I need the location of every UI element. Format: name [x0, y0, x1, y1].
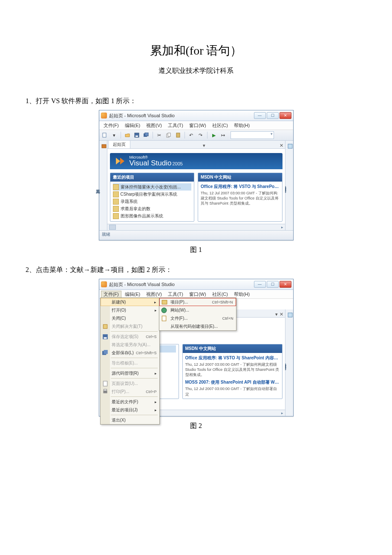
- save-icon: [102, 334, 108, 340]
- menu-item-label: 全部保存(L): [112, 350, 134, 356]
- file-menu-item[interactable]: 源代码管理(R)▸: [101, 369, 159, 377]
- project-label: 窗体控件随窗体大小改变(包括...: [121, 184, 181, 190]
- submenu-arrow-icon: ▸: [155, 408, 157, 412]
- doc-tab-start[interactable]: 起始页: [108, 140, 130, 148]
- svg-rect-7: [176, 133, 180, 137]
- msdn-body: Office 应用程序: 将 VSTO 与 SharePoint 内容类型相结 …: [198, 182, 282, 208]
- menu-file[interactable]: 文件(F): [101, 122, 121, 129]
- solution-explorer-tab[interactable]: 解决方案资源管理器: [285, 141, 293, 230]
- new-submenu-item[interactable]: 文件(F)...Ctrl+N: [159, 314, 236, 322]
- recent-project-item[interactable]: 窗体控件随窗体大小改变(包括...: [113, 183, 192, 191]
- menu-item-label: 项目(P)...: [170, 299, 188, 305]
- file-menu-item[interactable]: 退出(X): [101, 416, 159, 424]
- file-menu-item[interactable]: 新建(N)▸: [101, 298, 159, 306]
- solution-explorer-icon: [287, 312, 293, 318]
- new-submenu-item[interactable]: 从现有代码创建项目(E)...: [159, 322, 236, 330]
- msdn-header: MSDN 中文网站: [183, 344, 282, 353]
- msdn-headline[interactable]: Office 应用程序: 将 VSTO 与 SharePoint 内容类型相结: [201, 183, 280, 190]
- menu-community[interactable]: 社区(C): [210, 122, 231, 129]
- file-menu-item[interactable]: 关闭解决方案(T): [101, 322, 159, 330]
- recent-project-item[interactable]: CSharp项目教学案例演示系统: [113, 191, 192, 198]
- toolbar-cut-icon[interactable]: ✂: [156, 131, 163, 139]
- minimize-button[interactable]: —: [254, 112, 266, 119]
- toolbar-dropdown-icon[interactable]: ▾: [110, 131, 118, 139]
- close-sol-icon: [102, 324, 108, 330]
- tab-dropdown-icon[interactable]: ▾: [203, 143, 205, 148]
- file-menu-item[interactable]: 打印(P)...Ctrl+P: [101, 387, 159, 396]
- tool-bar: ▾ ✂ ↶ ↷ ▶ ↦: [99, 130, 293, 141]
- menu-help[interactable]: 帮助(H): [231, 291, 252, 298]
- menu-view[interactable]: 视图(V): [144, 291, 164, 298]
- menu-bar: 文件(F) 编辑(E) 视图(V) 工具(T) 窗口(W) 社区(C) 帮助(H…: [99, 121, 293, 130]
- menu-edit[interactable]: 编辑(E): [122, 122, 143, 129]
- svg-rect-12: [104, 337, 107, 339]
- submenu-arrow-icon: ▸: [154, 300, 156, 304]
- menu-item-label: 打印(P)...: [112, 389, 130, 395]
- new-submenu-item[interactable]: 项目(P)...Ctrl+Shift+N: [159, 298, 236, 306]
- menu-tools[interactable]: 工具(T): [165, 122, 186, 129]
- menu-item-label: 文件(F)...: [170, 315, 188, 321]
- toolbar-copy-icon[interactable]: [165, 131, 173, 139]
- toolbar-step-icon[interactable]: ↦: [219, 131, 227, 139]
- menu-item-label: 保存选定项(S): [112, 334, 138, 340]
- svg-point-19: [161, 308, 167, 313]
- project-icon: [113, 206, 119, 212]
- recent-project-item[interactable]: 录题系统: [113, 198, 192, 205]
- brand-big: Visual Studio: [130, 159, 172, 167]
- toolbar-run-icon[interactable]: ▶: [210, 131, 218, 139]
- svg-rect-16: [103, 390, 107, 393]
- close-button[interactable]: ✕: [280, 112, 291, 119]
- file-menu-item[interactable]: 全部保存(L)Ctrl+Shift+S: [101, 349, 159, 357]
- new-submenu: 项目(P)...Ctrl+Shift+N网站(W)...文件(F)...Ctrl…: [159, 298, 236, 331]
- minimize-button[interactable]: —: [254, 281, 266, 288]
- recent-project-item[interactable]: 图形图像作品展示系统: [113, 212, 192, 220]
- tab-dropdown-icon[interactable]: ▾: [275, 312, 278, 317]
- maximize-button[interactable]: ☐: [267, 281, 279, 288]
- menu-item-label: 新建(N): [112, 299, 126, 305]
- file-menu-item[interactable]: 最近的文件(F)▸: [101, 398, 159, 406]
- menu-window[interactable]: 窗口(W): [187, 122, 209, 129]
- menu-edit[interactable]: 编辑(E): [122, 291, 143, 298]
- file-menu-item[interactable]: 保存选定项(S)Ctrl+S: [101, 332, 159, 341]
- maximize-button[interactable]: ☐: [267, 112, 279, 119]
- svg-rect-9: [288, 144, 292, 148]
- recent-project-item[interactable]: 求最后拿走的数: [113, 205, 192, 212]
- toolbar-undo-icon[interactable]: ↶: [187, 131, 195, 139]
- svg-rect-6: [168, 133, 170, 136]
- horizontal-scrollbar[interactable]: ▸: [107, 224, 285, 230]
- file-menu-item[interactable]: 将选定项另存为(A)...: [101, 341, 159, 349]
- file-menu-item[interactable]: 页面设置(U)...: [101, 379, 159, 387]
- close-button[interactable]: ✕: [280, 281, 291, 288]
- menu-tools[interactable]: 工具(T): [165, 291, 186, 298]
- toolbar-new-icon[interactable]: [101, 131, 109, 139]
- menu-item-label: 页面设置(U)...: [112, 381, 138, 387]
- msdn-headline[interactable]: MOSS 2007: 使用 SharePoint API 自动部署 Web 应用: [185, 379, 280, 385]
- toolbar-save-icon[interactable]: [133, 131, 141, 139]
- msdn-headline[interactable]: Office 应用程序: 将 VSTO 与 SharePoint 内容类型相结: [185, 355, 280, 361]
- toolbar-config-combo[interactable]: [231, 131, 274, 139]
- title-bar: 起始页 - Microsoft Visual Studio — ☐ ✕: [99, 110, 293, 121]
- menu-item-label: 打开(O): [112, 307, 126, 313]
- toolbar-paste-icon[interactable]: [174, 131, 182, 139]
- svg-rect-10: [103, 324, 107, 328]
- file-menu-item[interactable]: 打开(O)▸: [101, 306, 159, 314]
- menu-window[interactable]: 窗口(W): [187, 291, 209, 298]
- toolbar-sep: [121, 132, 121, 139]
- new-submenu-item[interactable]: 网站(W)...: [159, 306, 236, 314]
- toolbox-tab[interactable]: 工具箱: [99, 141, 107, 230]
- toolbar-open-icon[interactable]: [124, 131, 131, 139]
- menu-file[interactable]: 文件(F): [101, 291, 121, 298]
- file-menu-item[interactable]: 关闭(C): [101, 314, 159, 322]
- menu-view[interactable]: 视图(V): [144, 122, 164, 129]
- toolbar-redo-icon[interactable]: ↷: [197, 131, 205, 139]
- submenu-arrow-icon: ▸: [155, 400, 157, 404]
- recent-projects-list: 窗体控件随窗体大小改变(包括... CSharp项目教学案例演示系统 录题系统 …: [110, 182, 194, 221]
- svg-rect-0: [103, 133, 106, 137]
- solution-explorer-tab[interactable]: 解决方案资源管理器: [285, 309, 293, 416]
- file-menu-item[interactable]: 最近的项目(J)▸: [101, 406, 159, 414]
- toolbar-saveall-icon[interactable]: [142, 131, 150, 139]
- svg-rect-8: [102, 145, 106, 148]
- menu-help[interactable]: 帮助(H): [231, 122, 252, 129]
- file-menu-item[interactable]: 导出模板(E)...: [101, 359, 159, 367]
- menu-community[interactable]: 社区(C): [210, 291, 231, 298]
